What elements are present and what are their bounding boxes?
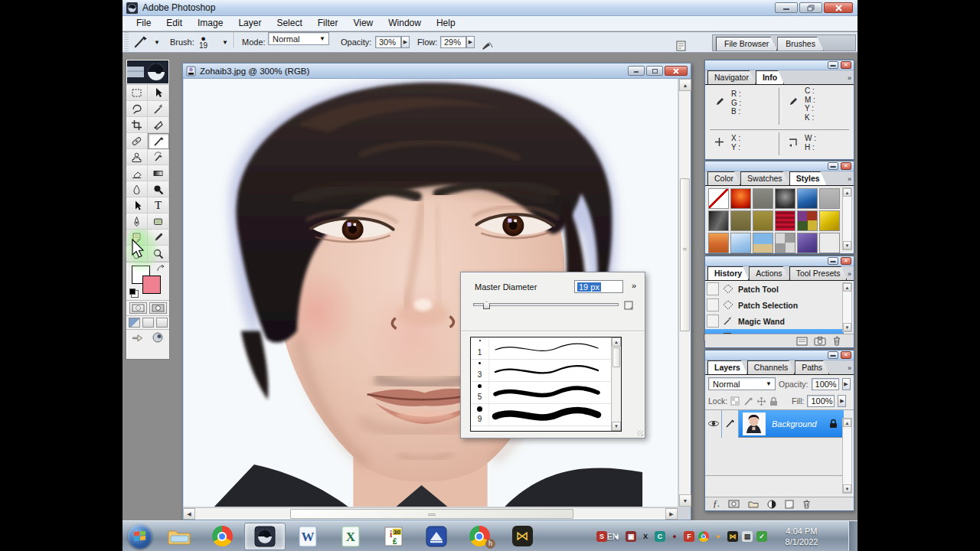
layer-edit-indicator[interactable] bbox=[722, 410, 739, 438]
styles-close-button[interactable]: ✕ bbox=[841, 162, 851, 170]
taskbar-scanner[interactable] bbox=[416, 523, 457, 550]
taskbar-explorer[interactable] bbox=[158, 523, 200, 550]
menu-help[interactable]: Help bbox=[429, 16, 463, 31]
style-swatch[interactable] bbox=[775, 210, 795, 231]
styles-scroll-down[interactable]: ▼ bbox=[843, 241, 851, 249]
taskbar-photoshop[interactable] bbox=[244, 523, 286, 550]
airbrush-icon[interactable] bbox=[481, 36, 495, 56]
style-swatch[interactable] bbox=[708, 188, 729, 209]
new-layer-icon[interactable] bbox=[785, 500, 794, 509]
layer-thumbnail[interactable] bbox=[743, 412, 766, 435]
new-brush-icon[interactable] bbox=[623, 300, 634, 311]
layer-visibility-toggle[interactable] bbox=[705, 410, 722, 438]
volume-icon[interactable]: ◄ bbox=[611, 531, 622, 542]
toolbox-logo[interactable] bbox=[127, 60, 168, 83]
tool-brush-selected[interactable] bbox=[148, 133, 169, 149]
layers-close-button[interactable]: ✕ bbox=[841, 351, 851, 359]
tool-magic-wand[interactable] bbox=[148, 101, 169, 117]
tab-paths[interactable]: Paths bbox=[795, 360, 829, 374]
tool-lasso[interactable] bbox=[126, 101, 148, 117]
vscroll-thumb[interactable] bbox=[680, 178, 690, 331]
tool-rect-marquee[interactable] bbox=[126, 85, 148, 101]
tab-color[interactable]: Color bbox=[707, 171, 740, 185]
info-flyout-arrow[interactable]: » bbox=[848, 74, 851, 82]
flow-arrow[interactable]: ▶ bbox=[466, 36, 475, 48]
new-group-icon[interactable] bbox=[748, 500, 759, 508]
tab-info[interactable]: Info bbox=[756, 70, 784, 84]
opacity-arrow[interactable]: ▶ bbox=[401, 36, 410, 48]
horizontal-scrollbar[interactable]: ◀ ▶ bbox=[183, 507, 678, 520]
menu-edit[interactable]: Edit bbox=[158, 16, 190, 31]
styles-flyout-arrow[interactable]: » bbox=[848, 175, 851, 183]
mx-tray-icon[interactable]: ⋈ bbox=[727, 531, 738, 542]
tab-navigator[interactable]: Navigator bbox=[707, 70, 756, 84]
master-diameter-field[interactable]: 19 px bbox=[574, 280, 623, 293]
usb-icon[interactable]: ✓ bbox=[756, 531, 767, 542]
minimize-button[interactable] bbox=[775, 2, 798, 13]
lock-all-icon[interactable] bbox=[769, 396, 778, 406]
tab-swatches[interactable]: Swatches bbox=[740, 171, 789, 185]
default-colors[interactable] bbox=[129, 289, 136, 295]
history-row-patch-selection[interactable]: Patch Selection bbox=[705, 297, 844, 313]
tool-eyedropper[interactable] bbox=[148, 230, 169, 246]
restore-button[interactable] bbox=[799, 2, 822, 13]
history-source-box[interactable] bbox=[707, 315, 719, 328]
taskbar-mx[interactable]: ⋈ bbox=[501, 523, 543, 550]
tool-dodge[interactable] bbox=[148, 181, 169, 197]
tool-type[interactable]: T bbox=[148, 197, 169, 214]
history-source-box[interactable] bbox=[707, 282, 719, 295]
style-swatch[interactable] bbox=[797, 210, 818, 231]
fullscreen-button[interactable] bbox=[156, 318, 168, 328]
style-swatch[interactable] bbox=[819, 233, 840, 253]
adjustment-layer-icon[interactable] bbox=[767, 500, 776, 509]
hscroll-thumb[interactable] bbox=[290, 509, 573, 519]
brush-preset-list[interactable]: 1 3 5 9 ▲ ▼ bbox=[470, 337, 622, 432]
chrome-tray-icon[interactable] bbox=[698, 531, 709, 542]
history-scroll-up[interactable]: ▲ bbox=[843, 283, 851, 292]
styles-scrollbar[interactable]: ▲ ▼ bbox=[842, 187, 852, 250]
style-swatch[interactable] bbox=[753, 188, 773, 209]
info-minimize-button[interactable]: ▬ bbox=[828, 61, 838, 69]
info-close-button[interactable]: ✕ bbox=[841, 61, 851, 69]
brush-tool-icon[interactable] bbox=[133, 35, 149, 49]
style-swatch[interactable] bbox=[730, 233, 751, 253]
layers-scrollbar[interactable]: ▲ ▼ bbox=[842, 418, 852, 494]
tab-layers[interactable]: Layers bbox=[707, 360, 747, 374]
scroll-up-arrow[interactable]: ▲ bbox=[679, 79, 691, 91]
taskbar-word[interactable]: W bbox=[287, 523, 328, 550]
layers-flyout-arrow[interactable]: » bbox=[848, 364, 851, 372]
menu-layer[interactable]: Layer bbox=[230, 16, 269, 31]
menu-view[interactable]: View bbox=[345, 16, 381, 31]
record-icon[interactable]: ● bbox=[669, 531, 680, 542]
tool-clone-stamp[interactable] bbox=[126, 149, 148, 165]
popup-resize-grip[interactable] bbox=[637, 430, 643, 436]
history-row-magic-wand[interactable]: Magic Wand bbox=[705, 313, 844, 329]
master-diameter-slider[interactable] bbox=[473, 303, 619, 306]
tab-channels[interactable]: Channels bbox=[747, 360, 795, 374]
standard-mode-button[interactable] bbox=[129, 302, 147, 314]
fullscreen-menubar-button[interactable] bbox=[142, 318, 154, 328]
layers-scroll-up[interactable]: ▲ bbox=[843, 419, 851, 427]
tool-path-select[interactable] bbox=[126, 197, 148, 214]
lock-paint-icon[interactable] bbox=[743, 396, 753, 406]
flow-field[interactable]: 29% bbox=[440, 36, 466, 48]
show-desktop-button[interactable] bbox=[848, 521, 858, 551]
opacity-field[interactable]: 30% bbox=[375, 36, 401, 48]
imageready-icon[interactable] bbox=[151, 331, 165, 344]
info-panel-titlebar[interactable]: ▬ ✕ bbox=[705, 60, 854, 70]
style-swatch[interactable] bbox=[775, 233, 795, 253]
layer-row-background[interactable]: Background bbox=[705, 410, 844, 438]
tool-move[interactable] bbox=[148, 85, 169, 101]
layers-minimize-button[interactable]: ▬ bbox=[828, 351, 838, 359]
tool-zoom[interactable] bbox=[148, 246, 169, 262]
history-source-box[interactable] bbox=[707, 298, 719, 311]
document-titlebar[interactable]: Zohaib3.jpg @ 300% (RGB) bbox=[183, 64, 691, 79]
styles-minimize-button[interactable]: ▬ bbox=[828, 162, 838, 170]
layers-panel-titlebar[interactable]: ▬ ✕ bbox=[705, 350, 854, 360]
fill-arrow[interactable]: ▶ bbox=[838, 395, 846, 407]
taskbar-clock[interactable]: 4:04 PM 8/1/2022 bbox=[772, 526, 831, 547]
brush-preset-picker[interactable]: ● 19 bbox=[199, 32, 207, 52]
brush-list-scrollbar[interactable]: ▲ ▼ bbox=[611, 337, 621, 431]
brush-scroll-thumb[interactable] bbox=[612, 347, 620, 367]
style-swatch[interactable] bbox=[797, 188, 818, 209]
